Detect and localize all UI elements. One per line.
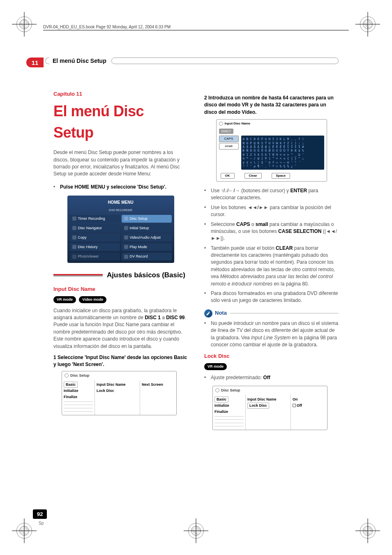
panel-next-screen: Next Screen <box>142 382 175 388</box>
home-menu-title: HOME MENU <box>70 198 172 208</box>
bullet-cursor-enter: Use ↑/↓/←/→ (botones del cursor) y ENTER… <box>204 187 339 202</box>
bullet-limited-chars: Para discos formateados en una grabadora… <box>204 290 339 304</box>
camcorder-icon <box>124 255 128 259</box>
hm-item-play-mode: Play Mode <box>122 243 172 251</box>
disc-icon <box>65 373 69 378</box>
disc-setup-panel-2: Disc Setup Basic Initialize Finalize Inp… <box>212 386 327 430</box>
crop-mark-br <box>360 523 376 539</box>
space-button: Space <box>272 173 291 179</box>
vr-mode-pill-2: VR mode <box>204 363 227 370</box>
hm-item-photoviewer: PhotoViewer <box>70 253 120 260</box>
crop-mark-bottom-center <box>188 523 204 539</box>
section-title: El menú Disc Setup <box>53 58 106 64</box>
right-column: 2 Introduzca un nombre de hasta 64 carac… <box>204 90 339 506</box>
section-title-row: El menú Disc Setup <box>45 58 339 64</box>
hm-item-video-audio-adjust: Video/Audio Adjust <box>122 234 172 242</box>
note-body: No puede introducir un nombre para un di… <box>204 320 339 349</box>
gear-icon <box>124 226 128 230</box>
photo-icon <box>72 255 76 259</box>
panel2-lock-disc: Lock Disc <box>247 403 269 409</box>
navigator-icon <box>72 226 76 230</box>
pencil-note-icon <box>204 309 212 318</box>
panel2-basic: Basic <box>214 396 228 403</box>
copy-icon <box>72 235 76 240</box>
vr-mode-pill: VR mode <box>53 296 76 303</box>
panel-initialize: Initialize <box>64 388 93 394</box>
hm-item-dv-record: DV Record <box>122 253 172 260</box>
hm-item-initial-setup: Initial Setup <box>122 224 172 232</box>
character-grid: A B C D E F G H I J K L M . , ? ! N O P … <box>241 136 324 170</box>
disc-setup-panel-1: Disc Setup Basic Initialize Finalize Inp… <box>62 371 177 415</box>
input-disc-name-panel: Input Disc Name DISC7 CAPS small A B C D… <box>216 119 327 182</box>
crop-mark-tr <box>360 16 376 32</box>
left-column: Capítulo 11 El menú Disc Setup Desde el … <box>53 90 188 506</box>
heading-lock-disc: Lock Disc <box>204 352 339 360</box>
panel-basic: Basic <box>64 382 78 388</box>
hm-item-timer-recording: Timer Recording <box>70 215 120 223</box>
panel2-finalize: Finalize <box>214 409 244 415</box>
book-header-line: DVR-04_HDD_EU_ES.book Page 92 Monday, Ap… <box>43 25 349 30</box>
hm-item-copy: Copy <box>70 234 120 242</box>
chapter-intro: Desde el menú Disc Setup puede poner nom… <box>53 149 188 178</box>
panel-finalize: Finalize <box>64 394 93 400</box>
panel2-input-disc-name: Input Disc Name <box>247 396 289 403</box>
radio-selected-icon <box>293 404 296 407</box>
heading-basic: Ajustes básicos (Basic) <box>53 270 188 281</box>
clear-button: Clear <box>244 173 262 179</box>
page-number: 92 <box>33 509 47 519</box>
disc-icon <box>215 388 219 392</box>
section-number-badge: 11 <box>26 58 44 67</box>
play-icon <box>124 245 128 249</box>
adjust-icon <box>124 235 128 240</box>
step-open-home-menu: Pulse HOME MENU y seleccione 'Disc Setup… <box>53 184 188 191</box>
history-icon <box>72 245 76 249</box>
video-mode-pill: Video mode <box>79 296 106 303</box>
panel2-on: On <box>293 396 325 403</box>
bullet-caps-small: Seleccione CAPS o small para cambiar a m… <box>204 221 339 242</box>
chapter-title: El menú Disc Setup <box>53 101 188 143</box>
heading-input-disc-name: Input Disc Name <box>53 286 188 293</box>
crop-mark-tl <box>16 16 32 32</box>
panel-lock-disc: Lock Disc <box>97 388 138 394</box>
small-button: small <box>219 143 239 150</box>
crop-mark-bl <box>16 523 32 539</box>
input-disc-name-paragraph: Cuando inicialice un disco para grabarlo… <box>53 307 188 350</box>
bullet-clear: También puede usar el botón CLEAR para b… <box>204 245 339 288</box>
hm-item-disc-setup: Disc Setup <box>122 215 172 223</box>
page-language: Sp <box>39 521 44 525</box>
panel-input-disc-name: Input Disc Name <box>97 382 138 388</box>
hm-item-disc-history: Disc History <box>70 243 120 251</box>
bullet-cursor-position: Use los botones ◄◄/►► para cambiar la po… <box>204 204 339 219</box>
ok-button: OK <box>221 173 235 179</box>
mode-pills: VR mode Video mode <box>53 296 188 303</box>
step-1: 1 Seleccione 'Input Disc Name' desde las… <box>53 354 188 368</box>
home-menu-subtitle: DVD RECORDER <box>70 208 172 212</box>
caps-button: CAPS <box>219 136 239 142</box>
clock-icon <box>72 216 76 221</box>
panel2-initialize: Initialize <box>214 403 244 409</box>
disc-label: DISC7 <box>219 129 234 134</box>
disc-icon <box>124 216 128 221</box>
disc-icon <box>219 122 223 126</box>
step-2: 2 Introduzca un nombre de hasta 64 carac… <box>204 94 339 116</box>
hm-item-disc-navigator: Disc Navigator <box>70 224 120 232</box>
lock-default: Ajuste predeterminado: Off <box>204 374 339 381</box>
panel2-off: Off <box>293 403 325 409</box>
chapter-label: Capítulo 11 <box>53 90 188 98</box>
note-heading: Nota <box>204 309 339 318</box>
home-menu-figure: HOME MENU DVD RECORDER Timer Recording D… <box>67 196 174 263</box>
